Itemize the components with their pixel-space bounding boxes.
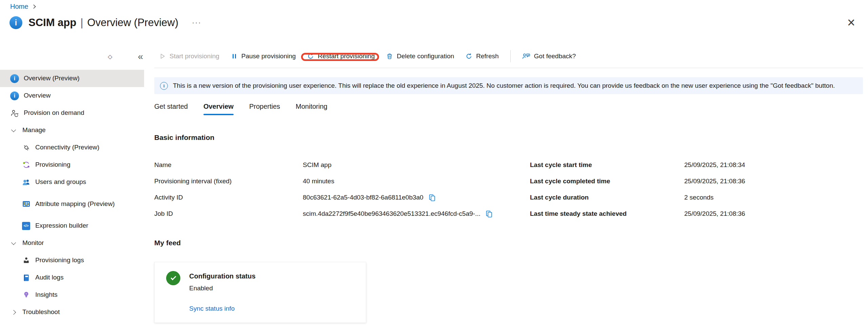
sidebar-item-audit-logs[interactable]: Audit logs: [0, 269, 144, 286]
sidebar-group-label: Monitor: [22, 239, 44, 247]
tab-overview[interactable]: Overview: [203, 103, 234, 115]
breadcrumb-home-link[interactable]: Home: [10, 3, 28, 11]
info-banner: i This is a new version of the provision…: [154, 77, 863, 94]
info-value: 25/09/2025, 21:08:34: [684, 157, 863, 173]
info-badge-icon: i: [10, 91, 19, 100]
info-badge-icon: i: [10, 74, 19, 83]
sidebar-item-label: Overview (Preview): [24, 74, 80, 83]
info-value: SCIM app: [303, 157, 530, 173]
basic-information-heading: Basic information: [154, 133, 863, 142]
app-info-badge-icon: i: [9, 16, 22, 29]
chevron-right-icon: [11, 310, 16, 314]
toolbar-divider: [154, 68, 863, 68]
sidebar-group-label: Troubleshoot: [22, 308, 60, 316]
page-title: SCIM app | Overview (Preview): [28, 17, 178, 29]
pause-icon: [231, 53, 238, 60]
chevron-down-icon: [11, 127, 16, 132]
card-title: Configuration status: [189, 272, 256, 280]
plug-icon: [22, 144, 31, 151]
sidebar-item-provisioning-logs[interactable]: Provisioning logs: [0, 252, 144, 269]
my-feed-heading: My feed: [154, 239, 863, 247]
sidebar-item-label: Expression builder: [35, 222, 88, 230]
info-label: Activity ID: [154, 189, 303, 206]
sidebar-item-overview-preview[interactable]: i Overview (Preview): [0, 70, 144, 87]
tab-bar: Get started Overview Properties Monitori…: [154, 103, 863, 115]
sidebar-item-connectivity[interactable]: Connectivity (Preview): [0, 139, 144, 156]
close-icon[interactable]: ×: [847, 16, 855, 29]
info-icon: i: [160, 82, 168, 90]
info-value: 40 minutes: [303, 173, 530, 189]
sidebar-item-label: Users and groups: [35, 178, 86, 186]
code-icon: </>: [22, 222, 30, 230]
refresh-icon: [466, 53, 472, 60]
info-value: 80c63621-62a5-4d03-bf82-6a6811e0b3a0: [303, 189, 530, 206]
command-bar: Start provisioning Pause provisioning Re…: [154, 45, 863, 68]
lightbulb-icon: [22, 291, 31, 299]
info-label: Last cycle duration: [530, 189, 684, 206]
sidebar-item-provisioning[interactable]: Provisioning: [0, 156, 144, 173]
sync-status-info-link[interactable]: Sync status info: [189, 305, 235, 312]
sidebar-item-insights[interactable]: Insights: [0, 286, 144, 304]
info-label: Name: [154, 157, 303, 173]
app-name: SCIM app: [28, 17, 76, 29]
toolbar-separator: [510, 50, 511, 62]
breadcrumb: Home: [10, 3, 35, 11]
page-header: i SCIM app | Overview (Preview) ···: [9, 16, 201, 29]
people-icon: [22, 179, 31, 186]
sidebar: i Overview (Preview) i Overview Provisio…: [0, 70, 144, 321]
tab-properties[interactable]: Properties: [249, 103, 280, 115]
copy-icon[interactable]: [428, 194, 436, 202]
delete-configuration-button[interactable]: Delete configuration: [386, 53, 454, 60]
card-body: Configuration status Enabled Sync status…: [189, 271, 256, 323]
tab-get-started[interactable]: Get started: [154, 103, 188, 115]
person-sync-icon: [10, 109, 19, 117]
pause-provisioning-button[interactable]: Pause provisioning: [231, 53, 296, 60]
sidebar-item-provision-on-demand[interactable]: Provision on demand: [0, 104, 144, 122]
copy-icon[interactable]: [485, 210, 493, 218]
person-tray-icon: [22, 257, 31, 264]
feedback-icon: [522, 53, 530, 60]
chevron-down-icon: [11, 240, 16, 245]
more-options-icon[interactable]: ···: [192, 18, 201, 27]
sidebar-item-label: Audit logs: [35, 273, 63, 282]
restart-icon: [307, 53, 314, 60]
info-label: Job ID: [154, 206, 303, 222]
sidebar-item-label: Provision on demand: [24, 109, 84, 117]
sidebar-item-label: Insights: [35, 291, 57, 299]
play-icon: [159, 53, 166, 60]
refresh-button[interactable]: Refresh: [466, 53, 499, 60]
banner-text: This is a new version of the provisionin…: [173, 82, 835, 89]
sidebar-item-users-and-groups[interactable]: Users and groups: [0, 173, 144, 191]
info-label: Last cycle start time: [530, 157, 684, 173]
info-label: Last cycle completed time: [530, 173, 684, 189]
sidebar-item-label: Provisioning: [35, 161, 71, 169]
sidebar-group-manage[interactable]: Manage: [0, 122, 144, 139]
blade-title: Overview (Preview): [87, 17, 178, 29]
main-content: Start provisioning Pause provisioning Re…: [154, 45, 863, 323]
sidebar-controls: ◇ «: [108, 49, 143, 64]
basic-information-grid: Name SCIM app Last cycle start time 25/0…: [154, 157, 863, 222]
sidebar-group-label: Manage: [22, 126, 46, 134]
got-feedback-button[interactable]: Got feedback?: [522, 53, 576, 60]
info-value: scim.4da2272f9f5e40be963463620e513321.ec…: [303, 206, 530, 222]
resize-handle-icon[interactable]: ◇: [108, 53, 112, 60]
azure-provisioning-overview-page: Home i SCIM app | Overview (Preview) ···…: [0, 0, 868, 332]
book-icon: [22, 274, 31, 282]
sidebar-item-attribute-mapping[interactable]: Attribute mapping (Preview): [0, 191, 144, 217]
collapse-sidebar-icon[interactable]: «: [138, 52, 143, 61]
sidebar-group-monitor[interactable]: Monitor: [0, 234, 144, 252]
tab-monitoring[interactable]: Monitoring: [296, 103, 327, 115]
sidebar-item-overview[interactable]: i Overview: [0, 87, 144, 104]
info-value: 25/09/2025, 21:08:36: [684, 173, 863, 189]
sidebar-item-label: Overview: [24, 91, 51, 100]
info-label: Last time steady state achieved: [530, 206, 684, 222]
breadcrumb-chevron-icon: [32, 4, 36, 9]
restart-provisioning-button[interactable]: Restart provisioning: [307, 53, 375, 60]
start-provisioning-button[interactable]: Start provisioning: [159, 53, 219, 60]
sidebar-item-expression-builder[interactable]: </> Expression builder: [0, 217, 144, 234]
trash-icon: [386, 53, 393, 60]
mapping-table-icon: [22, 201, 31, 207]
status-value: Enabled: [189, 285, 256, 292]
sidebar-group-troubleshoot[interactable]: Troubleshoot: [0, 304, 144, 321]
configuration-status-card: Configuration status Enabled Sync status…: [154, 262, 366, 323]
